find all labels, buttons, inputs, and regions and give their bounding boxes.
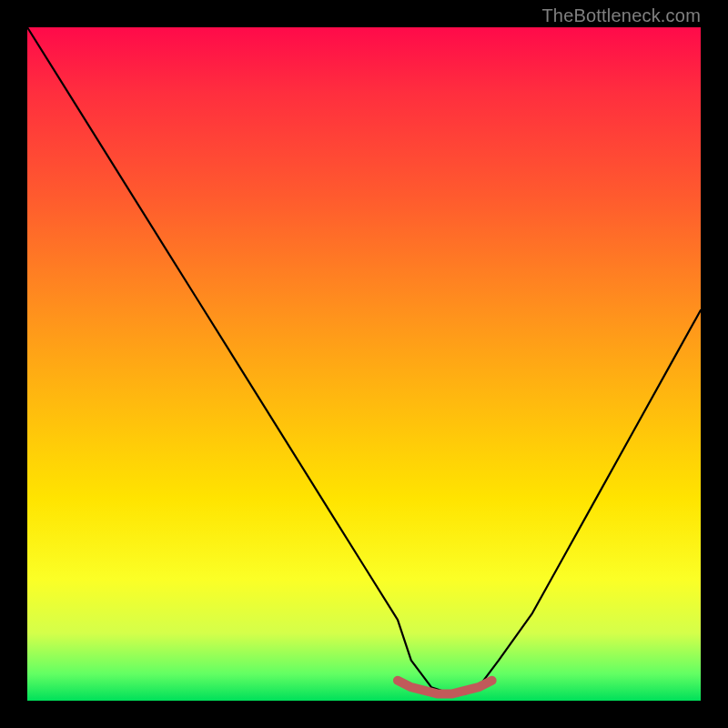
sweet-spot-band (398, 681, 492, 694)
chart-frame: TheBottleneck.com (0, 0, 728, 728)
curve-overlay (27, 27, 701, 701)
bottleneck-curve (27, 27, 701, 694)
plot-area (27, 27, 701, 701)
watermark-text: TheBottleneck.com (541, 5, 701, 26)
